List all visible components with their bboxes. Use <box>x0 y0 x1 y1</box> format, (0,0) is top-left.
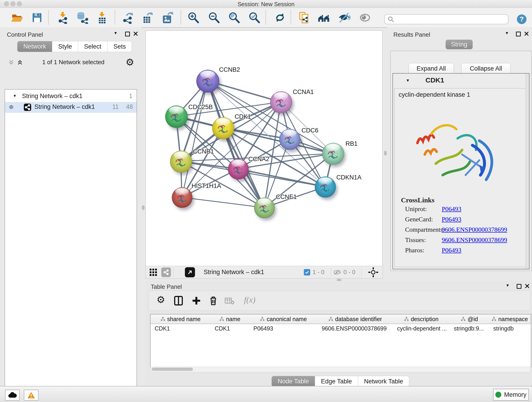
fit-selected-crosshair-icon[interactable] <box>368 267 379 278</box>
delete-column-icon[interactable] <box>209 295 218 306</box>
zoom-fit-icon[interactable] <box>228 12 241 24</box>
network-node-cdkn1a[interactable] <box>315 177 336 197</box>
results-tab-string[interactable]: String <box>446 40 473 49</box>
network-node-ccne1[interactable] <box>254 198 274 218</box>
zoom-selected-icon[interactable] <box>248 12 261 24</box>
show-all-nodes-icon[interactable] <box>317 12 330 24</box>
table-panel-title: Table Panel <box>151 283 182 290</box>
crosslink-value-link[interactable]: 9606.ENSP00000378699 <box>442 226 507 233</box>
cloud-status-button[interactable] <box>5 390 20 401</box>
table-cell[interactable]: stringdb:9... <box>450 324 489 333</box>
left-splitter-handle[interactable] <box>142 205 145 210</box>
import-network-database-icon[interactable] <box>76 12 89 24</box>
refresh-icon[interactable] <box>274 12 286 24</box>
results-scrollbar[interactable] <box>526 74 529 269</box>
network-collection-row[interactable]: ▼ String Network – cdk1 1 <box>5 92 137 103</box>
table-cell[interactable]: CDK1 <box>210 324 249 333</box>
scrollbar-thumb[interactable] <box>152 368 193 371</box>
panel-close-icon[interactable] <box>525 284 530 288</box>
panel-close-icon[interactable] <box>524 32 529 36</box>
import-table-icon[interactable] <box>96 12 108 24</box>
selected-indicator-checkbox[interactable] <box>304 269 310 275</box>
right-splitter-handle[interactable] <box>384 151 387 155</box>
export-table-icon[interactable] <box>142 12 154 24</box>
search-input[interactable] <box>396 15 508 23</box>
table-cell[interactable]: 9606.ENSP00000378699 <box>317 324 393 333</box>
table-cell[interactable]: CDK1 <box>151 324 210 333</box>
crosslink-value-link[interactable]: P06493 <box>442 247 462 254</box>
control-panel-title: Control Panel <box>7 31 43 38</box>
zoom-out-icon[interactable] <box>208 12 220 24</box>
network-node-cdk1[interactable] <box>212 117 234 139</box>
network-node-ccnb1[interactable] <box>170 151 191 172</box>
network-node-hist1h1a[interactable] <box>172 187 192 207</box>
crosslink-row: Uniprot:P06493 <box>394 205 527 216</box>
column-header-description[interactable]: description <box>393 314 450 324</box>
column-header-shared-name[interactable]: shared name <box>151 314 211 324</box>
network-node-ccna2[interactable] <box>228 159 248 179</box>
tree-expander-icon[interactable]: ▼ <box>13 94 17 98</box>
collapse-all-icon[interactable] <box>8 59 14 65</box>
table-horizontal-scrollbar[interactable] <box>151 367 530 372</box>
table-tab-node-table[interactable]: Node Table <box>272 376 315 387</box>
sphere-gloss <box>175 188 189 195</box>
export-network-icon[interactable] <box>122 12 134 24</box>
collapse-protein-icon[interactable]: ▼ <box>406 78 410 83</box>
search-field[interactable] <box>384 14 508 24</box>
create-column-icon[interactable] <box>191 295 201 306</box>
table-cell[interactable]: P06493 <box>249 324 317 333</box>
control-tab-select[interactable]: Select <box>78 41 108 52</box>
warnings-button[interactable] <box>24 390 38 401</box>
open-file-icon[interactable] <box>11 12 23 24</box>
network-options-gear-icon[interactable]: ⚙ <box>126 57 134 67</box>
control-tab-sets[interactable]: Sets <box>108 41 132 52</box>
crosslink-value-link[interactable]: P06493 <box>442 205 462 213</box>
panel-float-icon[interactable] <box>125 32 130 36</box>
panel-menu-icon[interactable]: ▼ <box>114 31 118 36</box>
network-node-ccnb2[interactable] <box>196 70 219 92</box>
network-node-rb1[interactable] <box>322 143 344 164</box>
column-header-database-identifier[interactable]: database identifier <box>317 314 393 324</box>
column-header-name[interactable]: name <box>210 314 249 324</box>
control-tab-network[interactable]: Network <box>17 41 52 52</box>
expand-all-button[interactable]: Expand All <box>409 63 454 75</box>
collapse-all-button[interactable]: Collapse All <box>461 63 511 75</box>
table-cell[interactable]: stringdb <box>489 324 530 333</box>
panel-menu-icon[interactable]: ▼ <box>506 283 510 288</box>
birds-eye-view-icon[interactable] <box>185 267 195 277</box>
network-node-cdc25b[interactable] <box>165 105 187 128</box>
panel-close-icon[interactable] <box>133 32 138 36</box>
column-header--id[interactable]: @id <box>450 314 489 324</box>
show-columns-icon[interactable] <box>173 295 184 306</box>
memory-button[interactable]: Memory <box>493 389 529 401</box>
panel-float-icon[interactable] <box>516 32 521 36</box>
panel-menu-icon[interactable]: ▼ <box>505 31 509 36</box>
crosslink-value-link[interactable]: 9606.ENSP00000378699 <box>442 236 507 244</box>
import-network-icon[interactable] <box>57 12 69 24</box>
column-header-namespace[interactable]: namespace <box>489 314 531 324</box>
toggle-details-icon[interactable] <box>359 12 371 24</box>
control-tab-style[interactable]: Style <box>52 41 78 52</box>
sphere-gloss <box>326 144 340 151</box>
expand-all-icon[interactable] <box>17 59 23 65</box>
zoom-in-icon[interactable] <box>187 12 200 24</box>
save-session-icon[interactable] <box>31 12 43 24</box>
column-header-canonical-name[interactable]: canonical name <box>249 314 318 324</box>
table-cell[interactable]: cyclin-dependent ... <box>393 324 450 333</box>
panel-float-icon[interactable] <box>517 284 521 289</box>
grid-view-icon[interactable] <box>149 268 158 277</box>
network-node-cdc6[interactable] <box>279 129 300 149</box>
table-tab-edge-table[interactable]: Edge Table <box>315 376 358 387</box>
table-tab-network-table[interactable]: Network Table <box>358 376 409 387</box>
export-image-icon[interactable] <box>161 12 174 24</box>
network-overview-icon[interactable] <box>161 268 171 277</box>
help-icon[interactable]: ? <box>516 14 527 25</box>
clone-network-icon[interactable] <box>298 12 310 24</box>
network-node-ccna1[interactable] <box>270 91 292 113</box>
hide-selected-icon[interactable] <box>338 12 351 24</box>
crosslink-label: GeneCard: <box>405 216 433 223</box>
table-options-gear-icon[interactable]: ⚙ <box>157 295 165 305</box>
crosslink-value-link[interactable]: P06493 <box>442 216 462 223</box>
network-view-canvas[interactable]: CCNB2CCNA1CDC25BCDK1CDC6RB1CCNB1CCNA2CDK… <box>146 31 383 266</box>
network-row-selected[interactable]: String Network – cdk1 11 48 <box>5 102 137 113</box>
